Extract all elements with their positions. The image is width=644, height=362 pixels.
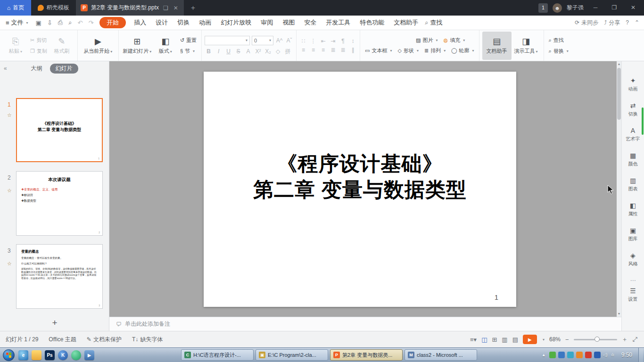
taskbar-window-button-active[interactable]: P 第2章 变量与数据类... [330, 349, 403, 361]
tray-icon-input-method[interactable] [594, 352, 601, 358]
align-left-icon[interactable]: ≡ [299, 47, 307, 53]
tray-icon-netdisk[interactable] [585, 352, 592, 358]
tab-slideshow[interactable]: 幻灯片放映 [216, 17, 256, 28]
phonetic-button[interactable]: 拼 [284, 48, 292, 56]
tab-status-icon[interactable]: ❏ [162, 5, 169, 11]
outline-view-icon[interactable]: ▤ [512, 336, 518, 343]
strikethrough-button[interactable]: S [234, 48, 242, 55]
scroll-down-icon[interactable]: ▼ [617, 311, 621, 317]
tray-icon-update[interactable] [567, 352, 574, 358]
taskbar-window-button[interactable]: ▣ E:\C Program\2-cla... [256, 349, 328, 361]
tab-insert[interactable]: 插入 [129, 17, 151, 28]
zoom-in-icon[interactable]: ＋ [622, 335, 628, 344]
reset-button[interactable]: ↺ 重置 [178, 36, 198, 44]
sidebar-item-gallery[interactable]: ▣ 图库 [622, 227, 644, 252]
arrange-button[interactable]: ≣ 排列▾ [422, 47, 447, 55]
normal-view-icon[interactable]: ◫ [481, 336, 487, 343]
sidebar-more-icon[interactable]: ⋯ [622, 277, 644, 288]
tab-security[interactable]: 安全 [299, 17, 321, 28]
vertical-scrollbar[interactable]: ▲ ▼ [617, 61, 621, 317]
minimize-button[interactable]: ─ [588, 0, 603, 16]
taskbar-window-button[interactable]: M class2 - Microsoft ... [405, 349, 477, 361]
panel-collapse-icon[interactable]: « [4, 65, 7, 72]
kplayer-icon[interactable]: K [58, 350, 68, 360]
tray-icon-security[interactable] [576, 352, 583, 358]
output-icon[interactable]: ⇩ [44, 19, 55, 26]
tab-animation[interactable]: 动画 [194, 17, 216, 28]
underline-button[interactable]: U [224, 48, 232, 55]
tab-review[interactable]: 审阅 [256, 17, 278, 28]
file-menu[interactable]: ≡ 文件 ▾ [0, 18, 33, 27]
notes-bar[interactable]: 🗩 单击此处添加备注 [109, 317, 621, 331]
sidebar-item-chart[interactable]: ▥ 图表 [622, 177, 644, 202]
fit-slide-icon[interactable]: ⤢ [633, 336, 637, 343]
template-tab[interactable]: 稻壳模板 [31, 0, 76, 16]
section-button[interactable]: § 节▾ [178, 47, 198, 55]
protection-status[interactable]: ✎ 文档未保护 [87, 336, 122, 344]
missing-fonts-status[interactable]: T↓ 缺失字体 [132, 336, 163, 344]
show-desktop-button[interactable] [638, 348, 643, 362]
tab-transition[interactable]: 切换 [173, 17, 194, 28]
find-menu[interactable]: ⌕ 查找 [423, 18, 442, 27]
increase-indent-icon[interactable]: ⇥ [329, 38, 337, 44]
subscript-button[interactable]: X₂ [264, 48, 272, 55]
increase-font-icon[interactable]: A^ [275, 37, 283, 44]
slides-tab[interactable]: 幻灯片 [50, 64, 78, 74]
user-avatar[interactable]: ☻ [553, 3, 562, 13]
outline-button[interactable]: ◯ 轮廓▾ [449, 47, 476, 55]
maximize-button[interactable]: ❐ [607, 0, 621, 16]
theme-name[interactable]: Office 主题 [49, 336, 76, 344]
slide-thumbnail-1[interactable]: 《程序设计基础》 第二章 变量与数据类型 1 [16, 98, 103, 162]
preview-icon[interactable]: ⌕ [66, 19, 74, 26]
sidebar-item-wordart[interactable]: A 艺术字 [622, 127, 644, 152]
home-tab[interactable]: ⌂ 首页 [0, 0, 31, 16]
italic-button[interactable]: I [215, 48, 223, 55]
sidebar-item-color[interactable]: ▦ 颜色 [622, 152, 644, 177]
new-tab-button[interactable]: ＋ [184, 0, 202, 16]
align-center-icon[interactable]: ≡ [309, 47, 317, 53]
undo-icon[interactable]: ↶ [75, 19, 86, 26]
shapes-button[interactable]: ◇ 形状▾ [396, 47, 421, 55]
layout-button[interactable]: ◧ 版式▾ [153, 32, 178, 60]
doc-assistant-button[interactable]: ▤ 文档助手 [482, 32, 512, 60]
media-icon[interactable]: ▶ [84, 350, 94, 360]
tab-home[interactable]: 开始 [99, 17, 126, 28]
clear-format-button[interactable]: ◇ [274, 48, 282, 55]
justify-icon[interactable]: ≣ [329, 47, 337, 53]
slide-thumbnail-3[interactable]: 变量的概念 变量的概念：值可以发生改变的量。 什么地方可以用得到？ 游戏的积分、… [16, 244, 103, 309]
volume-icon[interactable]: ◁) [603, 353, 609, 357]
slide-title[interactable]: 《程序设计基础》 第二章 变量与数据类型 [204, 151, 516, 203]
text-direction-icon[interactable]: ¶ [339, 38, 347, 44]
find-button[interactable]: ⌕ 查找 [547, 36, 570, 44]
browser-icon[interactable]: e [18, 350, 28, 360]
tab-design[interactable]: 设计 [151, 17, 173, 28]
tab-special-features[interactable]: 特色功能 [355, 17, 389, 28]
zoom-out-icon[interactable]: − [565, 336, 569, 343]
green-browser-icon[interactable] [71, 350, 81, 360]
sidebar-item-animation[interactable]: ✦ 动画 [622, 77, 644, 102]
cut-button[interactable]: ✂ 剪切 [28, 36, 49, 44]
bold-button[interactable]: B [205, 48, 213, 55]
scrollbar-thumb[interactable] [617, 68, 621, 120]
fill-button[interactable]: ◍ 填充▾ [442, 36, 467, 44]
start-button[interactable] [3, 349, 15, 361]
columns-icon[interactable]: ∥ [349, 47, 357, 53]
new-slide-button[interactable]: ⊞ 新建幻灯片▾ [122, 32, 153, 60]
message-badge[interactable]: 1 [538, 3, 548, 13]
zoom-slider[interactable] [574, 339, 617, 340]
outline-tab[interactable]: 大纲 [31, 65, 42, 73]
font-name-combo[interactable]: ▾ [205, 36, 250, 45]
copy-button[interactable]: ❐ 复制 [28, 47, 49, 55]
zoom-level[interactable]: 68% [549, 336, 561, 343]
slide-thumbnail-2[interactable]: 本次课议题 ❖变量的概念、定义、使用 ❖标识符 ❖数据类型 2 [16, 171, 103, 236]
zoom-slider-handle[interactable] [594, 337, 600, 342]
distribute-icon[interactable]: ≣ [339, 47, 347, 53]
add-slide-button[interactable]: + [0, 318, 109, 328]
sidebar-item-transition[interactable]: ⇄ 切换 [622, 102, 644, 127]
scroll-up-icon[interactable]: ▲ [617, 61, 621, 67]
sync-status[interactable]: ⟳ 未同步 [575, 19, 598, 27]
redo-icon[interactable]: ↷ [85, 19, 96, 26]
tray-icon-chat[interactable] [549, 352, 556, 358]
slideshow-play-button[interactable]: ▶ [523, 335, 537, 344]
network-icon[interactable]: ılı [611, 353, 615, 357]
